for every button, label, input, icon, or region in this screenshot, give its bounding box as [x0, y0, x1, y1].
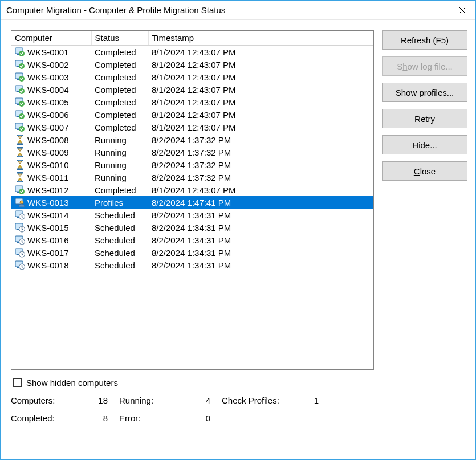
completed-icon: [15, 72, 25, 82]
row-status: Profiles: [91, 196, 148, 209]
stat-running-label: Running:: [119, 396, 176, 405]
row-computer: WKS-0004: [27, 85, 69, 95]
row-computer: WKS-0001: [27, 47, 69, 57]
row-status: Running: [91, 133, 148, 146]
table-row[interactable]: WKS-0003Completed8/1/2024 12:43:07 PM: [11, 71, 373, 83]
scheduled-icon: [15, 260, 25, 270]
row-timestamp: 8/2/2024 1:34:31 PM: [148, 209, 373, 221]
stat-running-value: 4: [176, 396, 222, 405]
row-status: Completed: [91, 184, 148, 196]
stat-completed-label: Completed:: [11, 413, 74, 423]
close-button[interactable]: Close: [382, 161, 467, 181]
row-status: Completed: [91, 71, 148, 83]
row-computer: WKS-0009: [27, 148, 69, 157]
status-table[interactable]: Computer Status Timestamp WKS-0001Comple…: [11, 30, 374, 370]
completed-icon: [15, 109, 25, 120]
row-status: Scheduled: [91, 246, 148, 259]
profiles-icon: [15, 197, 25, 207]
column-header-status[interactable]: Status: [91, 31, 148, 46]
row-computer: WKS-0017: [27, 248, 69, 258]
row-computer: WKS-0008: [27, 135, 69, 145]
scheduled-icon: [15, 210, 25, 220]
row-timestamp: 8/2/2024 1:37:32 PM: [148, 171, 373, 184]
refresh-button[interactable]: Refresh (F5): [382, 30, 467, 50]
hide-button[interactable]: Hide...: [382, 135, 467, 154]
row-timestamp: 8/1/2024 12:43:07 PM: [148, 71, 373, 83]
completed-icon: [15, 185, 25, 195]
row-timestamp: 8/2/2024 1:34:31 PM: [148, 259, 373, 271]
row-computer: WKS-0007: [27, 123, 69, 132]
table-row[interactable]: WKS-0008Running8/2/2024 1:37:32 PM: [11, 133, 373, 146]
row-timestamp: 8/2/2024 1:37:32 PM: [148, 146, 373, 158]
row-computer: WKS-0005: [27, 97, 69, 107]
table-row[interactable]: WKS-0009Running8/2/2024 1:37:32 PM: [11, 146, 373, 158]
row-status: Completed: [91, 58, 148, 71]
row-computer: WKS-0002: [27, 60, 69, 70]
table-row[interactable]: WKS-0010Running8/2/2024 1:37:32 PM: [11, 158, 373, 171]
row-status: Scheduled: [91, 221, 148, 234]
table-row[interactable]: WKS-0018Scheduled8/2/2024 1:34:31 PM: [11, 259, 373, 271]
table-row[interactable]: WKS-0013Profiles8/2/2024 1:47:41 PM: [11, 196, 373, 209]
row-computer: WKS-0018: [27, 260, 69, 270]
table-row[interactable]: WKS-0016Scheduled8/2/2024 1:34:31 PM: [11, 234, 373, 246]
close-icon: [459, 7, 466, 14]
show-log-button[interactable]: Show log file...: [382, 56, 467, 76]
completed-icon: [15, 59, 25, 70]
window-close-button[interactable]: [449, 1, 475, 19]
titlebar: Computer Migration - Computer & Profile …: [1, 1, 475, 20]
running-icon: [15, 135, 25, 145]
row-timestamp: 8/2/2024 1:47:41 PM: [148, 196, 373, 209]
row-computer: WKS-0011: [27, 173, 69, 182]
stat-completed-value: 8: [74, 413, 119, 423]
row-status: Running: [91, 146, 148, 158]
row-timestamp: 8/1/2024 12:43:07 PM: [148, 46, 373, 59]
checkbox-icon: [13, 378, 22, 387]
table-row[interactable]: WKS-0007Completed8/1/2024 12:43:07 PM: [11, 121, 373, 133]
row-status: Scheduled: [91, 259, 148, 271]
stat-checkprofiles-label: Check Profiles:: [222, 396, 296, 405]
row-computer: WKS-0013: [27, 198, 69, 207]
row-status: Completed: [91, 83, 148, 96]
scheduled-icon: [15, 235, 25, 245]
show-profiles-button[interactable]: Show profiles...: [382, 83, 467, 102]
running-icon: [15, 147, 25, 157]
stat-computers-value: 18: [74, 396, 119, 405]
stat-computers-label: Computers:: [11, 396, 74, 405]
row-computer: WKS-0015: [27, 223, 69, 233]
row-computer: WKS-0014: [27, 210, 69, 220]
completed-icon: [15, 84, 25, 95]
row-status: Running: [91, 171, 148, 184]
row-timestamp: 8/2/2024 1:34:31 PM: [148, 234, 373, 246]
row-status: Scheduled: [91, 234, 148, 246]
running-icon: [15, 160, 25, 170]
table-row[interactable]: WKS-0014Scheduled8/2/2024 1:34:31 PM: [11, 209, 373, 221]
row-timestamp: 8/1/2024 12:43:07 PM: [148, 96, 373, 108]
column-header-timestamp[interactable]: Timestamp: [148, 31, 373, 46]
stat-error-label: Error:: [119, 413, 176, 423]
row-timestamp: 8/1/2024 12:43:07 PM: [148, 184, 373, 196]
completed-icon: [15, 122, 25, 132]
table-row[interactable]: WKS-0012Completed8/1/2024 12:43:07 PM: [11, 184, 373, 196]
stat-checkprofiles-value: 1: [296, 396, 330, 405]
table-row[interactable]: WKS-0006Completed8/1/2024 12:43:07 PM: [11, 108, 373, 121]
table-row[interactable]: WKS-0004Completed8/1/2024 12:43:07 PM: [11, 83, 373, 96]
row-status: Completed: [91, 108, 148, 121]
scheduled-icon: [15, 247, 25, 258]
checkbox-label: Show hidden computers: [26, 378, 118, 388]
table-row[interactable]: WKS-0002Completed8/1/2024 12:43:07 PM: [11, 58, 373, 71]
row-status: Completed: [91, 46, 148, 59]
row-timestamp: 8/1/2024 12:43:07 PM: [148, 83, 373, 96]
table-row[interactable]: WKS-0001Completed8/1/2024 12:43:07 PM: [11, 46, 373, 59]
row-computer: WKS-0010: [27, 160, 69, 170]
retry-button[interactable]: Retry: [382, 109, 467, 128]
table-row[interactable]: WKS-0017Scheduled8/2/2024 1:34:31 PM: [11, 246, 373, 259]
table-row[interactable]: WKS-0011Running8/2/2024 1:37:32 PM: [11, 171, 373, 184]
show-hidden-checkbox[interactable]: Show hidden computers: [11, 378, 374, 388]
row-timestamp: 8/2/2024 1:37:32 PM: [148, 133, 373, 146]
table-row[interactable]: WKS-0015Scheduled8/2/2024 1:34:31 PM: [11, 221, 373, 234]
table-row[interactable]: WKS-0005Completed8/1/2024 12:43:07 PM: [11, 96, 373, 108]
row-computer: WKS-0006: [27, 110, 69, 120]
row-timestamp: 8/2/2024 1:37:32 PM: [148, 158, 373, 171]
column-header-computer[interactable]: Computer: [11, 31, 91, 46]
row-timestamp: 8/1/2024 12:43:07 PM: [148, 108, 373, 121]
